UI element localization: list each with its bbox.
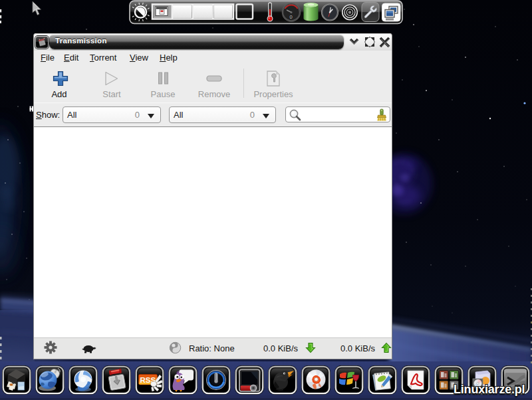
svg-text:0: 0 <box>289 14 292 20</box>
